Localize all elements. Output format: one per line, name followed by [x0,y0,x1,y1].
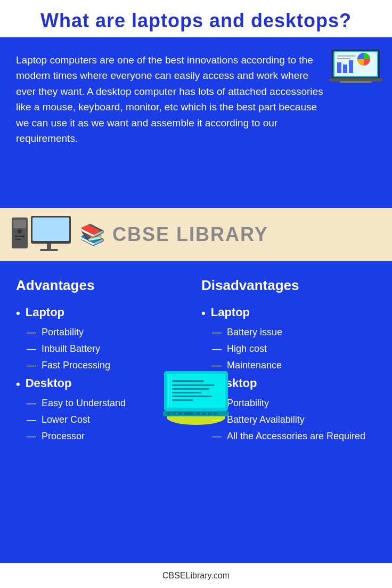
intro-text: Laptop computers are one of the best inn… [16,52,325,147]
svg-rect-15 [15,239,21,240]
svg-rect-36 [172,388,209,390]
disadv-desktop-item-2: — Battery Availability [212,414,376,425]
svg-rect-10 [340,81,372,83]
title-section: What are laptops and desktops? [0,0,392,37]
svg-rect-26 [166,412,170,415]
footer: CBSELibrary.com [0,563,392,588]
svg-rect-5 [343,65,347,73]
svg-rect-37 [172,392,201,393]
adv-desktop-item-3-text: Processor [42,431,85,442]
svg-rect-38 [172,396,212,397]
disadvantages-desktop-items: — Portability — Battery Availability — A… [212,398,376,442]
advantages-laptop-header: • Laptop [16,305,191,320]
laptop-icon-top [329,47,382,85]
svg-rect-29 [184,412,194,415]
disadvantages-laptop-label: Laptop [211,305,250,319]
desktop-computer-icon [11,213,75,256]
disadv-laptop-item-2-text: High cost [227,343,267,355]
advantages-title: Advantages [16,277,191,294]
disadv-laptop-item-1: — Battery issue [212,327,376,338]
disadv-laptop-item-1-text: Battery issue [227,327,282,338]
footer-text: CBSELibrary.com [162,571,230,580]
svg-rect-17 [32,218,69,241]
adv-desktop-item-1-text: Easy to Understand [42,398,126,409]
cbse-library-label: CBSE LIBRARY [112,223,268,246]
svg-rect-14 [15,236,24,237]
svg-rect-19 [40,249,58,251]
advantages-laptop-label: Laptop [26,305,64,319]
cbse-banner: 📚 CBSE LIBRARY [0,208,392,261]
adv-laptop-item-2: — Inbuilt Battery [27,343,191,355]
intro-section: Laptop computers are one of the best inn… [0,37,392,208]
svg-rect-27 [172,412,176,415]
bullet-dot-adv-desktop: • [16,377,20,391]
disadvantages-laptop-header: • Laptop [201,305,376,320]
disadvantages-laptop-items: — Battery issue — High cost — Maintenanc… [212,327,376,371]
disadv-laptop-item-3-text: Maintenance [227,360,282,371]
adv-desktop-item-2-text: Lower Cost [42,414,90,425]
adv-laptop-item-1: — Portability [27,327,191,338]
bullet-dot-disadv-laptop: • [201,307,206,320]
disadv-desktop-item-3: — All the Accessories are Required [212,431,376,442]
adv-laptop-item-3-text: Fast Processing [42,360,110,371]
bullet-dot-adv-laptop: • [16,307,20,320]
adv-laptop-item-1-text: Portability [42,327,84,338]
advantages-desktop-label: Desktop [26,376,72,390]
adv-desktop-item-3: — Processor [27,431,191,442]
svg-rect-7 [337,55,356,57]
svg-rect-34 [172,380,204,382]
page-title: What are laptops and desktops? [11,10,381,32]
adv-disadv-section: Advantages • Laptop — Portability — Inbu… [0,261,392,563]
disadv-desktop-item-2-text: Battery Availability [227,414,305,425]
disadv-laptop-item-2: — High cost [212,343,376,355]
disadv-desktop-item-1: — Portability [212,398,376,409]
svg-rect-30 [196,412,200,415]
svg-rect-22 [167,374,225,408]
svg-rect-33 [214,412,218,415]
disadv-laptop-item-3: — Maintenance [212,360,376,371]
center-laptop-illustration [159,367,233,428]
svg-rect-6 [349,60,353,73]
advantages-laptop-items: — Portability — Inbuilt Battery — Fast P… [27,327,191,371]
svg-rect-32 [208,412,212,415]
svg-rect-8 [337,58,350,59]
svg-rect-35 [172,384,215,386]
svg-rect-12 [13,220,26,228]
svg-rect-39 [172,399,193,401]
svg-rect-28 [178,412,182,415]
books-icon: 📚 [80,223,105,246]
disadvantages-title: Disadvantages [201,277,376,294]
svg-rect-18 [47,244,51,249]
adv-laptop-item-2-text: Inbuilt Battery [42,343,100,355]
svg-rect-4 [337,62,341,73]
disadv-desktop-item-3-text: All the Accessories are Required [227,431,365,442]
svg-point-13 [18,229,22,233]
cbse-logo: 📚 CBSE LIBRARY [80,223,268,246]
svg-rect-31 [202,412,206,415]
